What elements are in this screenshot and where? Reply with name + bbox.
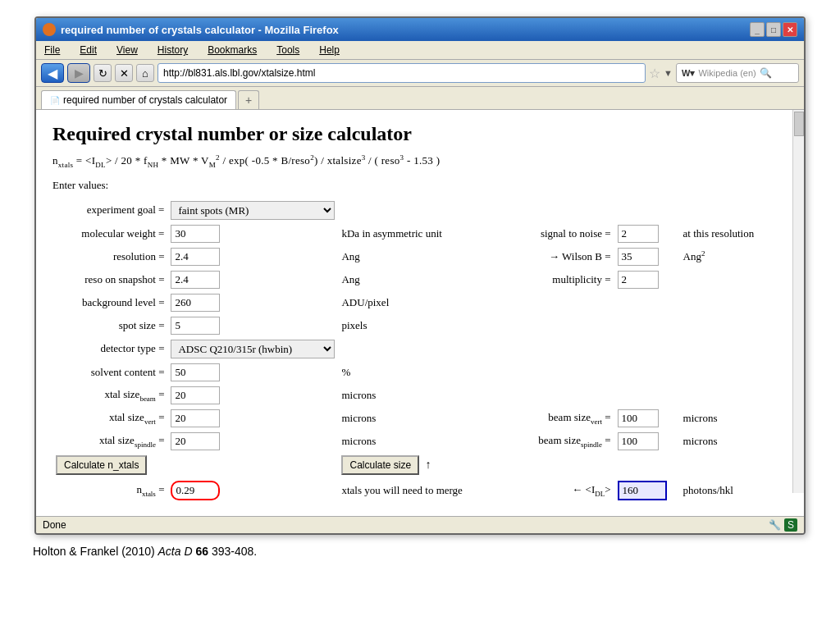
formula: nxtals = <IDL> / 20 * fNH * MW * VM2 / e… [52,153,771,169]
unit-beam-spindle: microns [680,430,771,453]
citation-volume: 66 [195,545,208,558]
menu-edit[interactable]: Edit [76,43,100,57]
address-bar[interactable]: http://bl831.als.lbl.gov/xtalsize.html [158,63,646,83]
input-xtal-spindle[interactable] [171,432,220,450]
cell-pad-1 [488,222,521,245]
input-xtal-beam[interactable] [171,386,220,404]
row-xtal-vert: xtal sizevert = microns beam sizevert = … [52,407,771,430]
cell-empty-solvent [488,361,771,384]
label-experiment-goal: experiment goal = [52,199,167,222]
reload-button[interactable]: ↻ [94,64,112,82]
scrollbar-thumb[interactable] [794,112,804,136]
menu-file[interactable]: File [41,43,63,57]
citation: Holton & Frankel (2010) Acta D 66 393-40… [16,535,824,568]
row-background: background level = ADU/pixel [52,291,771,314]
scrollbar[interactable] [792,110,804,493]
search-engine-label: W▾ [682,68,695,79]
calculate-n-button[interactable]: Calculate n_xtals [56,455,147,475]
row-experiment-goal: experiment goal = faint spots (MR) stron… [52,199,771,222]
label-multiplicity: multiplicity = [521,268,614,291]
unit-idl: photons/hkl [680,477,771,503]
dropdown-arrow[interactable]: ▼ [664,68,673,78]
cell-spot-size [167,314,338,337]
input-solvent[interactable] [171,363,220,381]
security-icon: S [784,518,797,532]
input-beam-vert[interactable] [618,409,659,427]
cell-btn-sep [167,453,338,477]
browser-window: required number of crystals calculator -… [34,16,806,535]
input-reso-snapshot[interactable] [171,271,220,289]
row-spot-size: spot size = pixels [52,314,771,337]
label-mol-weight: molecular weight = [52,222,167,245]
result-circle [171,481,220,500]
cell-beam-vert [614,407,680,430]
unit-spot-size: pixels [338,314,488,337]
cell-reso-snapshot [167,268,338,291]
enter-values-label: Enter values: [52,179,771,192]
label-idl: ← <IDL> [521,477,614,503]
menu-bookmarks[interactable]: Bookmarks [204,43,260,57]
label-n-xtals-result: nxtals = [52,477,167,503]
input-spot-size[interactable] [171,317,220,335]
back-button[interactable]: ◀ [41,63,64,83]
cell-pad-xs [488,430,521,453]
title-bar: required number of crystals calculator -… [36,18,804,41]
menu-help[interactable]: Help [316,43,343,57]
title-bar-left: required number of crystals calculator -… [43,23,339,36]
input-xtal-vert[interactable] [171,409,220,427]
cell-wilson-b [614,245,680,268]
menu-tools[interactable]: Tools [273,43,303,57]
row-mol-weight: molecular weight = kDa in asymmetric uni… [52,222,771,245]
menu-bar: File Edit View History Bookmarks Tools H… [36,41,804,60]
input-beam-spindle[interactable] [618,432,659,450]
unit-resolution: Ang [338,245,488,268]
input-mol-weight[interactable] [171,225,220,243]
cell-pad-xv [488,407,521,430]
home-button[interactable]: ⌂ [136,64,154,82]
cell-xtal-spindle [167,430,338,453]
new-tab-button[interactable]: + [238,90,259,109]
cell-empty-1 [338,199,488,222]
bookmark-star[interactable]: ☆ [649,66,660,81]
cell-idl-value [614,477,680,503]
cell-empty-det [488,337,771,361]
cell-empty-btns [521,453,771,477]
row-reso-snapshot: reso on snapshot = Ang multiplicity = [52,268,771,291]
unit-signal-noise: at this resolution [680,222,771,245]
cell-result-value [167,477,338,503]
input-background[interactable] [171,294,220,312]
cell-pad-2 [488,245,521,268]
input-resolution[interactable] [171,248,220,266]
forward-button[interactable]: ▶ [67,63,90,83]
unit-xtal-vert: microns [338,407,488,430]
cell-experiment-goal: faint spots (MR) strong spots (SAD) very… [167,199,338,222]
window-title: required number of crystals calculator -… [61,24,339,36]
label-xtal-beam: xtal sizebeam = [52,384,167,407]
input-multiplicity[interactable] [618,271,659,289]
status-icons: 🔧 S [769,518,797,532]
unit-solvent: % [338,361,488,384]
outer-wrapper: required number of crystals calculator -… [0,0,840,584]
close-button[interactable]: ✕ [783,22,797,37]
maximize-button[interactable]: □ [766,22,781,37]
label-signal-noise: signal to noise = [521,222,614,245]
minimize-button[interactable]: _ [750,22,765,37]
result-n-xtals[interactable] [171,481,220,500]
input-signal-noise[interactable] [618,225,659,243]
firefox-icon [43,23,56,36]
search-icon[interactable]: 🔍 [760,67,772,79]
label-wilson-b: → Wilson B = [521,245,614,268]
calculate-size-button[interactable]: Calculate size [341,455,419,475]
active-tab[interactable]: 📄 required number of crystals calculator [41,90,236,109]
input-wilson-b[interactable] [618,248,659,266]
label-beam-vert: beam sizevert = [521,407,614,430]
search-box[interactable]: W▾ Wikipedia (en) 🔍 [676,63,799,83]
menu-view[interactable]: View [113,43,141,57]
arrow-up-icon: ↑ [425,459,431,471]
result-idl[interactable] [618,481,667,500]
select-experiment-goal[interactable]: faint spots (MR) strong spots (SAD) very… [171,201,335,220]
stop-button[interactable]: ✕ [115,64,133,82]
select-detector[interactable]: ADSC Q210/315r (hwbin) ADSC Q315r Mar 30… [171,340,335,358]
menu-history[interactable]: History [154,43,191,57]
label-spot-size: spot size = [52,314,167,337]
